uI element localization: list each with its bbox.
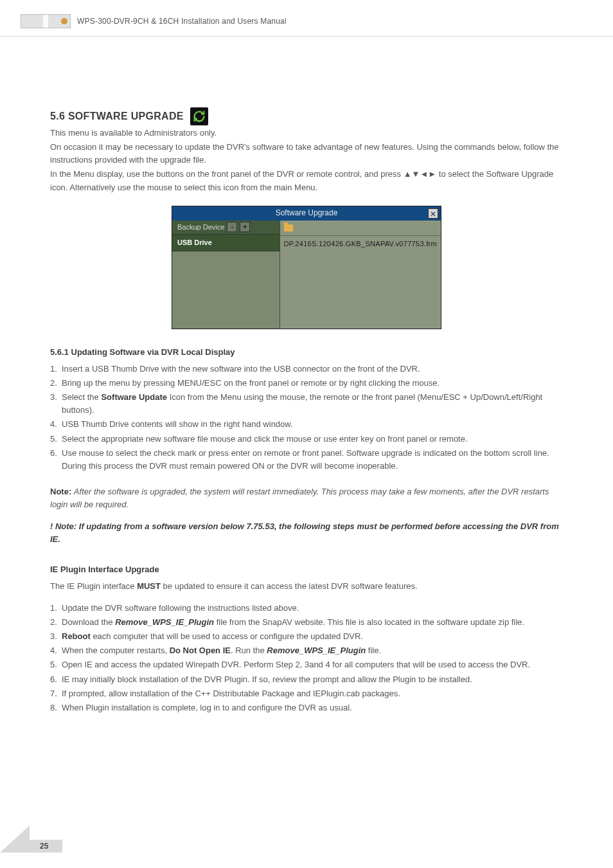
section-heading-row: 5.6 SOFTWARE UPGRADE [50,107,563,125]
folder-row[interactable] [280,221,441,236]
subsection-heading: 5.6.1 Updating Software via DVR Local Di… [50,346,563,359]
li-text: Bring up the menu by pressing MENU/ESC o… [62,378,440,388]
note-label: Note: [50,487,74,496]
li-bold: Remove_WPS_IE_Plugin [267,646,366,655]
li-text: Update the DVR software following the in… [62,603,299,613]
page-number: 25 [30,840,62,853]
li-text: Select the [62,392,101,402]
li-text: file. [366,646,381,655]
list-item: 2.Bring up the menu by pressing MENU/ESC… [50,377,563,390]
minus-button[interactable]: - [227,222,237,232]
li-bold: Reboot [62,631,91,641]
li-text: . Run the [231,646,267,655]
subsection-heading: IE Plugin Interface Upgrade [50,563,563,576]
li-text: When the computer restarts, [62,646,170,655]
intro-text: In the Menu display, use the buttons on … [50,168,563,194]
li-text: Select the appropriate new software file… [62,434,468,444]
refresh-icon [190,107,208,125]
intro-bold: MUST [137,581,161,591]
instructions-list-1: 1.Insert a USB Thumb Drive with the new … [50,363,563,473]
li-text: USB Thumb Drive contents will show in th… [62,419,293,429]
list-item: 3.Select the Software Update Icon from t… [50,391,563,417]
close-icon[interactable]: ✕ [428,208,438,219]
window-right-pane: DP.2416S.120426.GKB_SNAPAV.v077753.frm [280,221,441,329]
list-item: 7.If prompted, allow installation of the… [50,687,563,700]
intro-frag: The IE Plugin interface [50,581,137,591]
instructions-list-2: 1.Update the DVR software following the … [50,602,563,714]
list-item: 3.Reboot each computer that will be used… [50,630,563,643]
window-title: Software Upgrade [276,207,338,219]
backup-device-row: Backup Device - + [172,221,280,235]
firmware-file-item[interactable]: DP.2416S.120426.GKB_SNAPAV.v077753.frm [280,236,441,252]
note-text: After the software is upgraded, the syst… [50,487,549,509]
list-item: 5.Select the appropriate new software fi… [50,433,563,446]
li-text: When Plugin installation is complete, lo… [62,703,352,712]
list-item: 4.When the computer restarts, Do Not Ope… [50,644,563,657]
device-item-usb[interactable]: USB Drive [172,235,280,251]
software-upgrade-window: Software Upgrade ✕ Backup Device - + USB… [172,206,441,329]
footer-triangle [0,826,30,853]
li-text: Download the [62,617,115,627]
page-footer: 25 [0,826,62,853]
section-heading: 5.6 SOFTWARE UPGRADE [50,109,184,125]
li-text: Open IE and access the updated Wirepath … [62,660,530,669]
li-bold: Software Update [101,392,167,402]
list-item: 6.IE may initially block installation of… [50,673,563,686]
screenshot-container: Software Upgrade ✕ Backup Device - + USB… [50,206,563,329]
document-title: WPS-300-DVR-9CH & 16CH Installation and … [77,17,287,26]
page-header: WPS-300-DVR-9CH & 16CH Installation and … [0,0,613,37]
warning-note: ! Note: If updating from a software vers… [50,520,563,546]
intro-text: On occasion it may be necessary to updat… [50,141,563,167]
backup-device-label: Backup Device [177,222,224,233]
list-item: 5.Open IE and access the updated Wirepat… [50,658,563,671]
intro-frag: be updated to ensure it can access the l… [161,581,418,591]
li-bold: Do Not Open IE [170,646,231,655]
li-text: Insert a USB Thumb Drive with the new so… [62,364,420,374]
page-content: 5.6 SOFTWARE UPGRADE This menu is availa… [0,37,613,714]
list-item: 8.When Plugin installation is complete, … [50,701,563,714]
li-text: IE may initially block installation of t… [62,674,472,684]
li-bold: Remove_WPS_IE_Plugin [115,617,214,627]
li-text: file from the SnapAV website. This file … [214,617,524,627]
li-text: each computer that will be used to acces… [91,631,363,641]
plus-button[interactable]: + [240,222,250,232]
window-titlebar: Software Upgrade ✕ [172,206,441,221]
folder-icon [284,224,293,231]
list-item: 2.Download the Remove_WPS_IE_Plugin file… [50,616,563,629]
intro-text: This menu is available to Administrators… [50,127,563,140]
note-paragraph: Note: After the software is upgraded, th… [50,485,563,511]
sub2-intro: The IE Plugin interface MUST be updated … [50,580,563,593]
list-item: 1.Update the DVR software following the … [50,602,563,615]
list-item: 4.USB Thumb Drive contents will show in … [50,418,563,431]
window-left-pane: Backup Device - + USB Drive [172,221,280,329]
list-item: 1.Insert a USB Thumb Drive with the new … [50,363,563,375]
brand-logo [21,14,71,28]
li-text: Use mouse to select the check mark or pr… [62,448,549,471]
list-item: 6.Use mouse to select the check mark or … [50,447,563,473]
li-text: If prompted, allow installation of the C… [62,689,400,698]
